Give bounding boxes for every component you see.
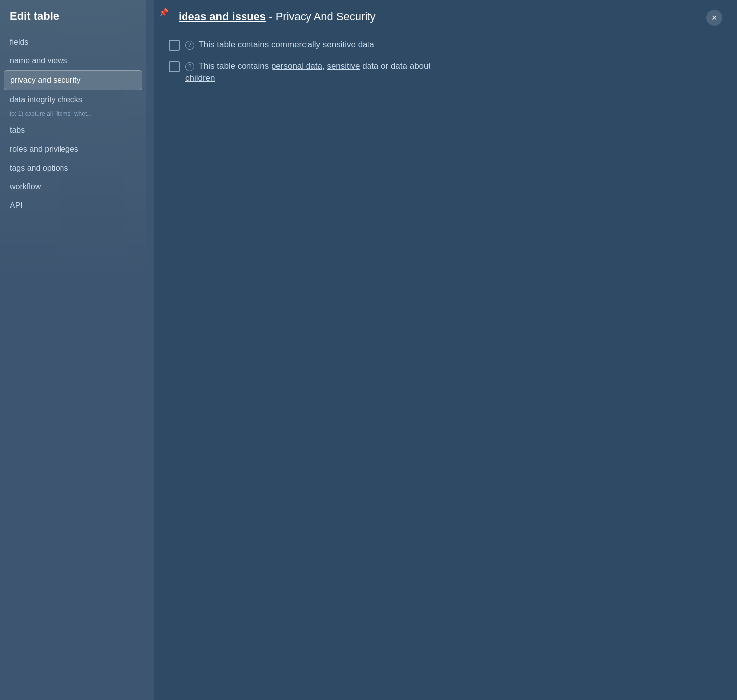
title-separator: - Privacy And Security	[269, 10, 375, 23]
personal-data-checkbox[interactable]	[169, 61, 180, 72]
sidebar-item-label: tags and options	[10, 164, 68, 172]
personal-data-row: ? This table contains personal data, sen…	[169, 60, 722, 84]
sidebar-item-tags-and-options[interactable]: tags and options	[4, 159, 142, 177]
help-icon-1[interactable]: ?	[185, 41, 194, 50]
sidebar-item-label: name and views	[10, 57, 67, 65]
edit-table-sidebar: Edit table fields name and views privacy…	[0, 0, 146, 700]
sidebar-item-name-and-views[interactable]: name and views	[4, 52, 142, 70]
data-suffix: data or data about	[360, 61, 431, 71]
sidebar-item-privacy-and-security[interactable]: privacy and security	[4, 70, 142, 90]
commercially-sensitive-text: This table contains commercially sensiti…	[198, 40, 374, 49]
close-button[interactable]: ×	[706, 10, 722, 26]
sidebar-item-label: API	[10, 201, 23, 210]
comma-sep: ,	[322, 61, 327, 71]
commercially-sensitive-checkbox[interactable]	[169, 40, 180, 51]
personal-data-prefix: This table contains	[198, 61, 271, 71]
modal-header: 📌 ideas and issues - Privacy And Securit…	[154, 0, 737, 34]
sidebar-item-label: roles and privileges	[10, 145, 78, 153]
personal-data-link[interactable]: personal data	[271, 61, 322, 71]
pin-icon[interactable]: 📌	[159, 8, 169, 17]
children-link[interactable]: children	[185, 73, 215, 83]
sidebar-item-label: privacy and security	[10, 76, 80, 84]
sidebar-item-api[interactable]: API	[4, 196, 142, 215]
personal-data-label: ? This table contains personal data, sen…	[185, 60, 430, 84]
help-icon-2[interactable]: ?	[185, 62, 194, 71]
sidebar-item-tabs[interactable]: tabs	[4, 121, 142, 140]
modal-body: ? This table contains commercially sensi…	[154, 34, 737, 700]
sidebar-item-label: tabs	[10, 126, 25, 134]
commercially-sensitive-label: ? This table contains commercially sensi…	[185, 39, 374, 51]
table-name: ideas and issues	[179, 10, 266, 23]
sidebar-item-label: data integrity checks	[10, 95, 82, 104]
modal-overlay: 📌 ideas and issues - Privacy And Securit…	[154, 0, 737, 700]
sensitive-link[interactable]: sensitive	[327, 61, 360, 71]
sidebar-item-data-integrity[interactable]: data integrity checks	[4, 90, 142, 109]
privacy-security-modal: 📌 ideas and issues - Privacy And Securit…	[154, 0, 737, 700]
sidebar-title: Edit table	[0, 10, 146, 33]
modal-title: ideas and issues - Privacy And Security	[169, 10, 375, 24]
commercially-sensitive-row: ? This table contains commercially sensi…	[169, 39, 722, 51]
sidebar-item-note: to: 1) capture all "items" whet...	[0, 109, 146, 121]
sidebar-item-label: workflow	[10, 182, 41, 191]
sidebar-item-fields[interactable]: fields	[4, 33, 142, 52]
sidebar-item-roles-and-privileges[interactable]: roles and privileges	[4, 140, 142, 159]
sidebar-item-workflow[interactable]: workflow	[4, 177, 142, 196]
sidebar-item-label: fields	[10, 38, 28, 46]
